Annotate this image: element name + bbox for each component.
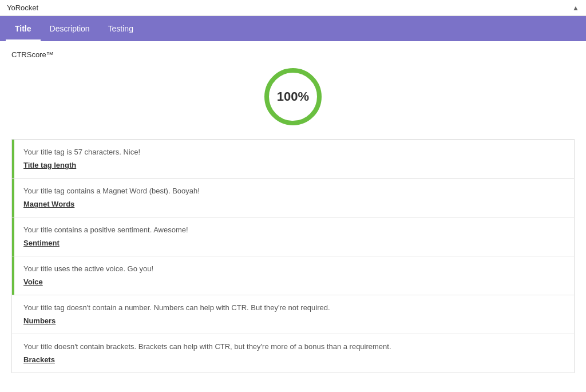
tab-testing[interactable]: Testing bbox=[99, 16, 142, 41]
result-text-0: Your title tag is 57 characters. Nice! bbox=[23, 148, 565, 156]
score-circle-container: 100% bbox=[11, 68, 575, 125]
result-link-2[interactable]: Sentiment bbox=[23, 239, 60, 247]
tab-title[interactable]: Title bbox=[6, 16, 41, 41]
result-card-numbers: Your title tag doesn't contain a number.… bbox=[12, 295, 574, 334]
nav-bar: Title Description Testing bbox=[0, 16, 586, 41]
title-bar: YoRocket ▲ bbox=[0, 0, 586, 16]
result-text-5: Your title doesn't contain brackets. Bra… bbox=[23, 342, 565, 351]
result-text-2: Your title contains a positive sentiment… bbox=[23, 225, 565, 234]
app-title: YoRocket bbox=[7, 3, 38, 12]
window-control-icon[interactable]: ▲ bbox=[572, 4, 579, 12]
tab-description[interactable]: Description bbox=[41, 16, 99, 41]
result-link-4[interactable]: Numbers bbox=[23, 316, 56, 325]
result-link-1[interactable]: Magnet Words bbox=[23, 200, 74, 208]
result-card-title-length: Your title tag is 57 characters. Nice! T… bbox=[12, 140, 574, 179]
result-text-4: Your title tag doesn't contain a number.… bbox=[23, 303, 565, 312]
result-card-magnet-words: Your title tag contains a Magnet Word (b… bbox=[12, 179, 574, 217]
result-text-1: Your title tag contains a Magnet Word (b… bbox=[23, 187, 565, 195]
result-cards-list: Your title tag is 57 characters. Nice! T… bbox=[11, 139, 575, 373]
ctr-score-label: CTRScore™ bbox=[11, 50, 575, 59]
result-link-3[interactable]: Voice bbox=[23, 278, 43, 286]
result-link-0[interactable]: Title tag length bbox=[23, 161, 76, 169]
app-window: YoRocket ▲ Title Description Testing CTR… bbox=[0, 0, 586, 392]
score-percent-value: 100% bbox=[277, 89, 309, 104]
main-content: CTRScore™ 100% Your title tag is 57 char… bbox=[0, 41, 586, 392]
result-card-sentiment: Your title contains a positive sentiment… bbox=[12, 217, 574, 256]
score-circle: 100% bbox=[264, 68, 322, 125]
result-link-5[interactable]: Brackets bbox=[23, 355, 55, 364]
result-text-3: Your title uses the active voice. Go you… bbox=[23, 264, 565, 273]
result-card-brackets: Your title doesn't contain brackets. Bra… bbox=[12, 334, 574, 373]
result-card-voice: Your title uses the active voice. Go you… bbox=[12, 256, 574, 295]
